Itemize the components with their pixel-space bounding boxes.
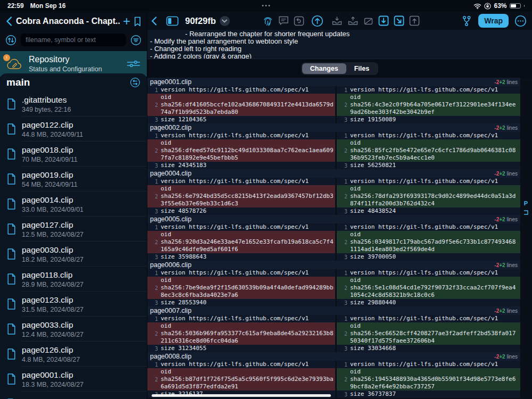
diff-file-header[interactable]: page0005.clip -2+2 lines	[147, 215, 520, 223]
switch-branch-icon[interactable]	[130, 77, 140, 88]
diff-file-name: page0004.clip	[150, 169, 192, 178]
file-row[interactable]: page0126.clip 4.8 MB, 2024/08/27	[0, 342, 147, 367]
diff-stats: -2+2 lines	[494, 217, 518, 222]
battery-icon	[510, 3, 521, 9]
diff-stats: -2+2 lines	[494, 171, 518, 177]
diff-file-header[interactable]: page0006.clip -2+2 lines	[147, 261, 520, 269]
diff-line: 2oid sha256:0349817c179abc567ad9f5e6c733…	[337, 231, 520, 253]
box-arrow-up-icon[interactable]	[409, 15, 420, 26]
comment-icon[interactable]	[278, 16, 289, 26]
file-name: page0030.clip	[22, 245, 84, 255]
diff-file-name: page0007.clip	[150, 306, 192, 315]
document-icon	[7, 223, 16, 235]
file-meta: 31.5 MB, 2024/08/27	[22, 306, 84, 313]
multitask-indicator-icon[interactable]	[262, 5, 270, 6]
file-row[interactable]: page0122.clip 44.8 MB, 2024/09/11	[0, 117, 147, 142]
diff-line: 1version https://git-lfs.github.com/spec…	[337, 315, 520, 322]
diff-block: page0004.clip -2+2 lines 1version https:…	[147, 169, 520, 215]
diff-block: page0002.clip -2+2 lines 1version https:…	[147, 123, 520, 169]
add-button[interactable]: +	[123, 16, 130, 27]
diff-pane-new: 1version https://git-lfs.github.com/spec…	[337, 269, 520, 306]
diff-block: page0001.clip -2+2 lines 1version https:…	[147, 78, 520, 123]
diff-file-name: page0002.clip	[150, 123, 192, 132]
diff-pane-new: 1version https://git-lfs.github.com/spec…	[337, 178, 520, 215]
branch-header[interactable]: main	[0, 73, 147, 92]
file-row[interactable]: page0002.clip	[0, 392, 147, 399]
file-row[interactable]: page0030.clip 18.2 MB, 2024/08/27	[0, 242, 147, 267]
diff-file-header[interactable]: page0002.clip -2+2 lines	[147, 123, 520, 132]
diff-line: 3size 39700050	[337, 253, 520, 261]
bookmark-icon[interactable]	[134, 16, 142, 27]
box-arrow-diagonal-icon[interactable]	[394, 15, 404, 26]
commit-dropdown-icon[interactable]	[220, 16, 230, 26]
side-handle[interactable]: P	[523, 200, 528, 215]
sliders-icon[interactable]	[127, 59, 140, 69]
file-row[interactable]: page0001.clip 18.3 MB, 2024/08/27	[0, 367, 147, 392]
fingerprint-icon[interactable]	[262, 15, 273, 27]
file-row[interactable]: page0127.clip 12.5 MB, 2024/08/27	[0, 217, 147, 242]
diff-pane-old: 1version https://git-lfs.github.com/spec…	[147, 86, 335, 123]
horizontal-scrollbar[interactable]	[152, 394, 331, 397]
diff-line: 3size 19150089	[337, 116, 520, 123]
file-row[interactable]: page0123.clip 31.5 MB, 2024/08/27	[0, 292, 147, 317]
file-name: page0001.clip	[22, 370, 84, 380]
file-row[interactable]: page0018.clip 70 MB, 2024/09/11	[0, 142, 147, 167]
box-arrow-down-icon[interactable]	[378, 15, 389, 26]
tray-download-icon[interactable]	[331, 16, 343, 26]
upload-circle-icon[interactable]	[311, 15, 323, 27]
diff-file-header[interactable]: page0007.clip -2+2 lines	[147, 306, 520, 315]
diff-line: 1version https://git-lfs.github.com/spec…	[337, 86, 520, 94]
diff-line: 3size 28553940	[147, 299, 335, 306]
file-name: page0033.clip	[22, 320, 84, 330]
file-row[interactable]: .gitattributes 349 bytes, 22:16	[0, 92, 147, 117]
diff-line: 1version https://git-lfs.github.com/spec…	[337, 361, 520, 368]
diff-file-header[interactable]: page0004.clip -2+2 lines	[147, 169, 520, 178]
diff-line: 2oid sha256:5036b969fa953377c615af9eba8d…	[147, 322, 335, 345]
diff-line: 1version https://git-lfs.github.com/spec…	[147, 315, 335, 322]
repository-item-title: Repository	[29, 55, 120, 64]
filter-icon[interactable]	[130, 35, 142, 46]
document-icon	[7, 148, 16, 160]
diff-line: 3size 48578726	[147, 207, 335, 215]
crop-diagonal-icon[interactable]	[363, 16, 373, 26]
sidebar-item-repository[interactable]: ↑ Repository Status and Configuration	[0, 51, 147, 77]
sort-icon[interactable]	[5, 35, 16, 46]
tray-upload-icon[interactable]	[347, 16, 359, 26]
diff-block: page0007.clip -2+2 lines 1version https:…	[147, 306, 520, 352]
document-icon	[7, 198, 16, 210]
tab-files[interactable]: Files	[346, 63, 378, 74]
diff-list: page0001.clip -2+2 lines 1version https:…	[147, 78, 520, 399]
diff-line: 1version https://git-lfs.github.com/spec…	[337, 223, 520, 231]
file-meta: 349 bytes, 22:16	[22, 106, 71, 113]
diff-file-header[interactable]: page0008.clip -2+2 lines	[147, 352, 520, 361]
file-row[interactable]: page0118.clip 28.9 MB, 2024/08/27	[0, 267, 147, 292]
diff-pane-new: 1version https://git-lfs.github.com/spec…	[337, 315, 520, 352]
push-badge-icon: ↑	[3, 54, 10, 61]
search-input[interactable]	[21, 34, 126, 46]
file-row[interactable]: page0033.clip 12.4 MB, 2024/08/27	[0, 317, 147, 342]
file-row[interactable]: page0019.clip 54 MB, 2024/09/11	[0, 167, 147, 192]
diff-line: 2oid sha256:4c3e2c0f9b64a705e0617ef31229…	[337, 94, 520, 116]
back-chevron-icon[interactable]	[5, 16, 13, 27]
wrap-button[interactable]: Wrap	[478, 14, 509, 28]
undo-icon[interactable]	[294, 16, 304, 26]
diff-line: 2oid sha256:b87df1f726f75d5a5c9560f5f995…	[147, 368, 335, 390]
sidebar-panel-icon[interactable]	[166, 16, 179, 26]
tab-changes[interactable]: Changes	[302, 63, 346, 74]
more-icon[interactable]	[514, 15, 527, 27]
diff-line: 2oid sha256:85fc2fb5e472e65e7c6cfc1786d9…	[337, 139, 520, 162]
back-chevron-icon[interactable]	[151, 16, 157, 26]
diff-pane-old: 1version https://git-lfs.github.com/spec…	[147, 361, 335, 398]
sidebar: Cobra Anaconda - Chapt... + ↑	[0, 12, 147, 399]
file-row[interactable]: page0014.clip 33.0 MB, 2024/09/01	[0, 192, 147, 217]
branch-icon[interactable]	[461, 15, 472, 27]
diff-stats: -2+2 lines	[494, 125, 518, 131]
diff-line: 2oid sha256:5ec66528cff4208277ae3f2adfef…	[337, 322, 520, 345]
diff-pane-new: 1version https://git-lfs.github.com/spec…	[337, 132, 520, 169]
diff-line: 1version https://git-lfs.github.com/spec…	[147, 223, 335, 231]
diff-pane-new: 1version https://git-lfs.github.com/spec…	[337, 361, 520, 398]
diff-block: page0006.clip -2+2 lines 1version https:…	[147, 261, 520, 306]
file-meta: 4.8 MB, 2024/08/27	[22, 356, 80, 363]
diff-pane-old: 1version https://git-lfs.github.com/spec…	[147, 132, 335, 169]
diff-file-header[interactable]: page0001.clip -2+2 lines	[147, 78, 520, 86]
